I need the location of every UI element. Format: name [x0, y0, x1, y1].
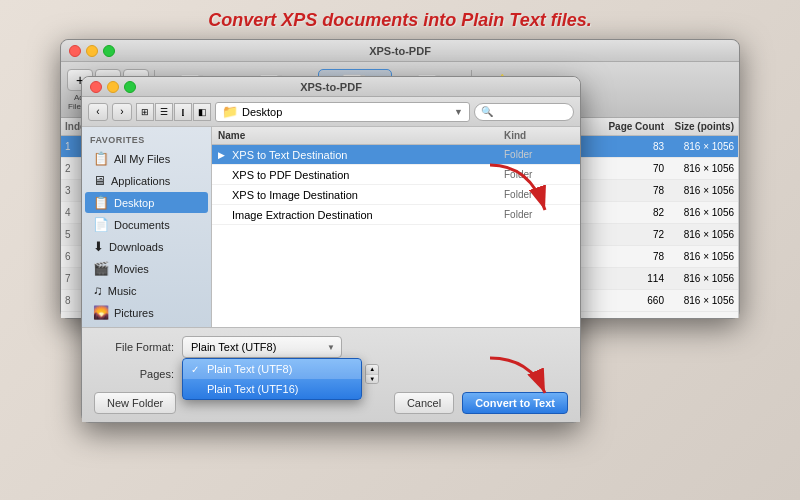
sidebar-item-label: All My Files	[114, 153, 170, 165]
search-input[interactable]	[493, 106, 567, 117]
pages-label: Pages:	[94, 368, 174, 380]
app-window: XPS-to-PDF + − ✕ Add Files/Folder Remove…	[60, 39, 740, 319]
movies-icon: 🎬	[93, 261, 109, 276]
window-controls	[69, 45, 115, 57]
window-title: XPS-to-PDF	[369, 45, 431, 57]
format-select-container: Plain Text (UTF8) ✓ Plain Text (UTF8) Pl…	[182, 336, 342, 358]
location-label: Desktop	[242, 106, 282, 118]
sidebar-item-applications[interactable]: 🖥 Applications	[85, 170, 208, 191]
new-folder-button[interactable]: New Folder	[94, 392, 176, 414]
page-title: Convert XPS documents into Plain Text fi…	[208, 10, 591, 31]
file-browser-row[interactable]: XPS to PDF Destination Folder	[212, 165, 580, 185]
header-size: Size (points)	[664, 121, 734, 132]
view-column-button[interactable]: ⫿	[174, 103, 192, 121]
minimize-button[interactable]	[86, 45, 98, 57]
file-browser: Name Kind ▶ XPS to Text Destination Fold…	[212, 127, 580, 327]
file-browser-row[interactable]: XPS to Image Destination Folder	[212, 185, 580, 205]
view-cover-button[interactable]: ◧	[193, 103, 211, 121]
folder-icon: 📁	[222, 104, 238, 119]
convert-button[interactable]: Convert to Text	[462, 392, 568, 414]
downloads-icon: ⬇	[93, 239, 104, 254]
sidebar-item-drop-box[interactable]: 📁 Drop Box	[85, 324, 208, 327]
header-col-name: Name	[218, 130, 504, 141]
back-button[interactable]: ‹	[88, 103, 108, 121]
all-my-files-icon: 📋	[93, 151, 109, 166]
view-buttons: ⊞ ☰ ⫿ ◧	[136, 103, 211, 121]
dropdown-item-label: Plain Text (UTF8)	[207, 363, 292, 375]
cancel-button[interactable]: Cancel	[394, 392, 454, 414]
dialog-close-button[interactable]	[90, 81, 102, 93]
sidebar-item-label: Applications	[111, 175, 170, 187]
dialog-bottom: File Format: Plain Text (UTF8) ✓ Plain T…	[82, 327, 580, 422]
format-dropdown: ✓ Plain Text (UTF8) Plain Text (UTF16)	[182, 358, 362, 400]
search-icon: 🔍	[481, 106, 493, 117]
header-page-count: Page Count	[604, 121, 664, 132]
sidebar-item-pictures[interactable]: 🌄 Pictures	[85, 302, 208, 323]
format-row: File Format: Plain Text (UTF8) ✓ Plain T…	[94, 336, 568, 358]
sidebar-item-documents[interactable]: 📄 Documents	[85, 214, 208, 235]
sidebar-item-label: Desktop	[114, 197, 154, 209]
row-arrow: ▶	[218, 150, 228, 160]
dialog-title-bar: XPS-to-PDF	[82, 77, 580, 97]
location-chevron[interactable]: ▼	[454, 107, 463, 117]
favorites-header: FAVORITES	[82, 131, 211, 147]
dialog-max-button[interactable]	[124, 81, 136, 93]
sidebar-item-all-my-files[interactable]: 📋 All My Files	[85, 148, 208, 169]
title-bar: XPS-to-PDF	[61, 40, 739, 62]
maximize-button[interactable]	[103, 45, 115, 57]
dialog-nav: ‹ › ⊞ ☰ ⫿ ◧ 📁 Desktop ▼ 🔍	[82, 97, 580, 127]
header-col-kind: Kind	[504, 130, 574, 141]
file-browser-row[interactable]: Image Extraction Destination Folder	[212, 205, 580, 225]
dropdown-item-label: Plain Text (UTF16)	[207, 383, 299, 395]
format-label: File Format:	[94, 341, 174, 353]
stepper-up[interactable]: ▲	[366, 365, 378, 375]
sidebar-item-label: Movies	[114, 263, 149, 275]
file-browser-header: Name Kind	[212, 127, 580, 145]
sidebar-item-downloads[interactable]: ⬇ Downloads	[85, 236, 208, 257]
applications-icon: 🖥	[93, 173, 106, 188]
location-bar: 📁 Desktop ▼	[215, 102, 470, 122]
dialog-sidebar: FAVORITES 📋 All My Files 🖥 Applications …	[82, 127, 212, 327]
documents-icon: 📄	[93, 217, 109, 232]
search-box: 🔍	[474, 103, 574, 121]
sidebar-item-music[interactable]: ♫ Music	[85, 280, 208, 301]
sidebar-item-label: Documents	[114, 219, 170, 231]
right-buttons: Cancel Convert to Text	[394, 392, 568, 414]
file-dialog: XPS-to-PDF ‹ › ⊞ ☰ ⫿ ◧ 📁 Desktop ▼ 🔍	[81, 76, 581, 423]
view-icon-button[interactable]: ⊞	[136, 103, 154, 121]
view-list-button[interactable]: ☰	[155, 103, 173, 121]
sidebar-item-label: Music	[108, 285, 137, 297]
sidebar-item-desktop[interactable]: 📋 Desktop	[85, 192, 208, 213]
format-select[interactable]: Plain Text (UTF8)	[182, 336, 342, 358]
dialog-body: FAVORITES 📋 All My Files 🖥 Applications …	[82, 127, 580, 327]
format-value: Plain Text (UTF8)	[191, 341, 276, 353]
dropdown-item-utf16[interactable]: Plain Text (UTF16)	[183, 379, 361, 399]
sidebar-item-movies[interactable]: 🎬 Movies	[85, 258, 208, 279]
pictures-icon: 🌄	[93, 305, 109, 320]
file-browser-row[interactable]: ▶ XPS to Text Destination Folder	[212, 145, 580, 165]
dropdown-item-utf8[interactable]: ✓ Plain Text (UTF8)	[183, 359, 361, 379]
dialog-title: XPS-to-PDF	[300, 81, 362, 93]
dialog-window-controls	[90, 81, 136, 93]
check-icon: ✓	[191, 364, 203, 375]
forward-button[interactable]: ›	[112, 103, 132, 121]
close-button[interactable]	[69, 45, 81, 57]
sidebar-item-label: Downloads	[109, 241, 163, 253]
stepper-down[interactable]: ▼	[366, 375, 378, 384]
music-icon: ♫	[93, 283, 103, 298]
dialog-min-button[interactable]	[107, 81, 119, 93]
sidebar-item-label: Pictures	[114, 307, 154, 319]
desktop-icon: 📋	[93, 195, 109, 210]
pages-to-stepper[interactable]: ▲ ▼	[365, 364, 379, 384]
